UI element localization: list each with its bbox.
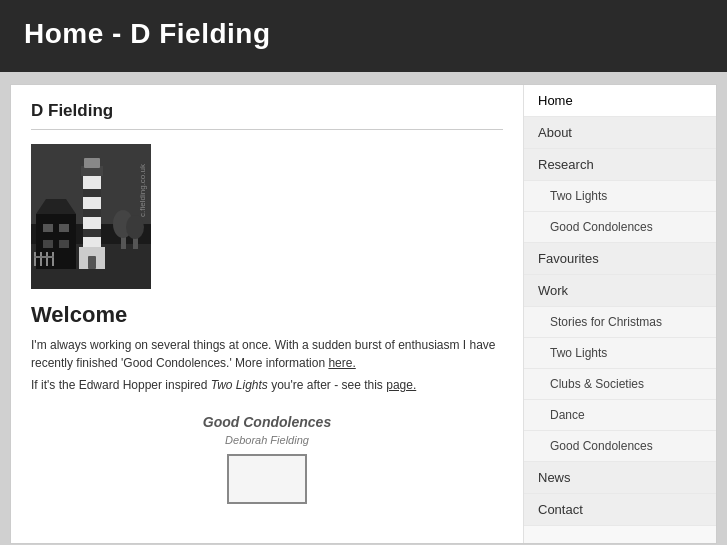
- sidebar-item-about[interactable]: About: [524, 117, 716, 149]
- svg-rect-18: [40, 252, 42, 266]
- svg-point-25: [126, 215, 144, 239]
- sidebar-item-contact[interactable]: Contact: [524, 494, 716, 526]
- svg-rect-12: [83, 229, 101, 237]
- svg-rect-10: [83, 189, 101, 197]
- book-section: Good Condolences Deborah Fielding: [31, 414, 503, 504]
- page-wrapper: D Fielding: [10, 84, 717, 544]
- page-link[interactable]: page.: [386, 378, 416, 392]
- sidebar-item-research-good-condolences[interactable]: Good Condolences: [524, 212, 716, 243]
- book-author: Deborah Fielding: [31, 434, 503, 446]
- sidebar-item-work-clubs[interactable]: Clubs & Societies: [524, 369, 716, 400]
- svg-rect-14: [84, 158, 100, 168]
- sidebar-item-work-dance[interactable]: Dance: [524, 400, 716, 431]
- sidebar-item-work[interactable]: Work: [524, 275, 716, 307]
- sidebar-item-news[interactable]: News: [524, 462, 716, 494]
- svg-rect-16: [88, 256, 96, 269]
- welcome-heading: Welcome: [31, 302, 503, 328]
- svg-rect-6: [59, 224, 69, 232]
- sidebar-item-home[interactable]: Home: [524, 85, 716, 117]
- svg-rect-20: [52, 252, 54, 266]
- welcome-para2: If it's the Edward Hopper inspired Two L…: [31, 376, 503, 394]
- welcome-para1: I'm always working on several things at …: [31, 336, 503, 372]
- here-link[interactable]: here.: [328, 356, 355, 370]
- content-title: D Fielding: [31, 101, 503, 121]
- svg-rect-21: [34, 256, 54, 258]
- sidebar-item-work-stories[interactable]: Stories for Christmas: [524, 307, 716, 338]
- watermark-text: c.fielding.co.uk: [138, 164, 147, 217]
- svg-rect-7: [43, 240, 53, 248]
- sidebar-item-research-two-lights[interactable]: Two Lights: [524, 181, 716, 212]
- sidebar: Home About Research Two Lights Good Cond…: [524, 85, 716, 543]
- content-divider: [31, 129, 503, 130]
- page-title: Home - D Fielding: [24, 18, 703, 50]
- book-title: Good Condolences: [31, 414, 503, 430]
- site-header: Home - D Fielding: [0, 0, 727, 72]
- sidebar-item-work-two-lights[interactable]: Two Lights: [524, 338, 716, 369]
- book-cover-image: [227, 454, 307, 504]
- sidebar-item-research[interactable]: Research: [524, 149, 716, 181]
- svg-rect-17: [34, 252, 36, 266]
- sidebar-item-favourites[interactable]: Favourites: [524, 243, 716, 275]
- lighthouse-image: c.fielding.co.uk: [31, 144, 151, 289]
- svg-rect-5: [43, 224, 53, 232]
- svg-rect-19: [46, 252, 48, 266]
- svg-rect-11: [83, 209, 101, 217]
- sidebar-item-work-good-condolences[interactable]: Good Condolences: [524, 431, 716, 462]
- main-content: D Fielding: [11, 85, 524, 543]
- svg-rect-8: [59, 240, 69, 248]
